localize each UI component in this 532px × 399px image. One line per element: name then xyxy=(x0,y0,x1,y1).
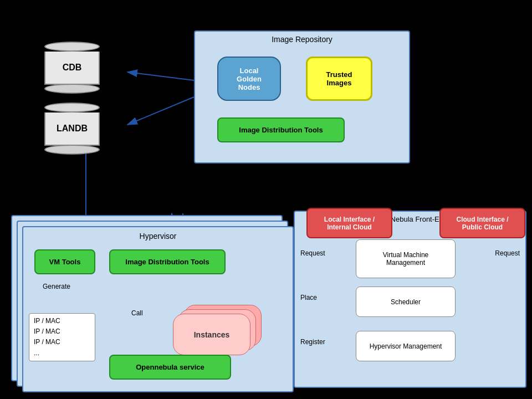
request-label-right: Request xyxy=(495,249,520,257)
landb-top xyxy=(44,103,100,112)
opennebula-service: Opennebula service xyxy=(109,355,231,380)
ipmac-box: IP / MAC IP / MAC IP / MAC ... xyxy=(29,313,95,361)
landb-body: LANDB xyxy=(44,112,100,146)
image-dist-tools-hypervisor: Image Distribution Tools xyxy=(109,249,226,274)
cdb-cylinder: CDB xyxy=(44,42,100,94)
scheduler-box: Scheduler xyxy=(356,287,456,317)
trusted-images: Trusted Images xyxy=(306,57,372,101)
landb-cylinder: LANDB xyxy=(44,103,100,155)
vm-management-box: Virtual Machine Management xyxy=(356,239,456,278)
vm-tools: VM Tools xyxy=(34,249,95,274)
hypervisor-mgmt-box: Hypervisor Management xyxy=(356,331,456,361)
image-dist-tools-repo: Image Distribution Tools xyxy=(217,117,345,142)
svg-line-3 xyxy=(127,72,194,80)
local-interface-badge: Local Interface / Internal Cloud xyxy=(306,208,392,238)
image-repository-box: Image Repository Local Golden Nodes Trus… xyxy=(194,30,410,163)
image-repository-title: Image Repository xyxy=(195,35,409,44)
svg-line-4 xyxy=(127,97,194,125)
diagram: Image Repository Local Golden Nodes Trus… xyxy=(0,0,532,399)
request-label-left: Request xyxy=(300,249,325,257)
place-label: Place xyxy=(300,294,317,301)
cloud-interface-badge: Cloud Interface / Public Cloud xyxy=(439,208,525,238)
instance-card-1: Instances xyxy=(173,314,250,355)
local-golden-nodes: Local Golden Nodes xyxy=(217,57,281,101)
cdb-bottom xyxy=(44,84,100,94)
instances-stack: Instances xyxy=(173,305,267,355)
hypervisor-title: Hypervisor xyxy=(23,232,293,241)
cdb-body: CDB xyxy=(44,52,100,85)
hypervisor-layer-1: Hypervisor VM Tools Image Distribution T… xyxy=(22,226,294,392)
cdb-top xyxy=(44,42,100,52)
generate-label: Generate xyxy=(43,283,70,290)
call-label: Call xyxy=(131,309,143,317)
landb-bottom xyxy=(44,145,100,155)
register-label: Register xyxy=(300,338,325,346)
